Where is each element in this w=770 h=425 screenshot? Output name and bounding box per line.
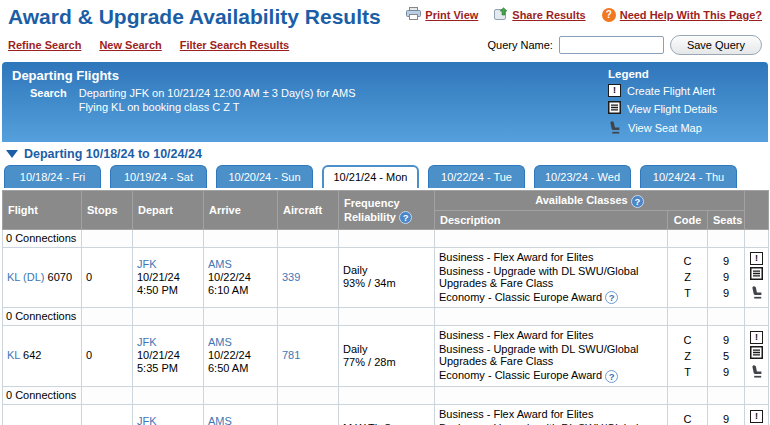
class-code: Z xyxy=(672,348,703,364)
col-header-aircraft: Aircraft xyxy=(278,191,339,230)
class-description: Business - Upgrade with DL SWU/Global Up… xyxy=(439,342,663,368)
class-code: Z xyxy=(672,269,703,285)
col-header-depart: Depart xyxy=(133,191,204,230)
stops-value: 0 xyxy=(82,247,133,308)
create-flight-alert-icon[interactable]: ! xyxy=(750,410,763,423)
class-description: Business - Flex Award for Elites xyxy=(439,250,663,264)
view-seat-map-icon[interactable] xyxy=(750,364,764,381)
arrive-time: 6:10 AM xyxy=(208,284,273,297)
search-criteria-line2: Flying KL on booking class C Z T xyxy=(79,100,356,114)
flight-airline-link[interactable]: KL (DL) xyxy=(7,271,45,283)
arrive-airport-link[interactable]: AMS xyxy=(208,415,232,425)
legend-create-flight-alert[interactable]: Create Flight Alert xyxy=(627,85,715,97)
share-icon xyxy=(494,7,508,22)
depart-time: 4:50 PM xyxy=(137,284,199,297)
top-toolbar: Print View Share Results ? Need Help Wit… xyxy=(406,4,762,22)
share-results-link[interactable]: Share Results xyxy=(512,9,585,21)
page-header: Award & Upgrade Availability Results Pri… xyxy=(0,0,770,30)
frequency-value: M,W,Th,Sa xyxy=(343,422,430,425)
flight-airline-link[interactable]: KL xyxy=(7,349,20,361)
stops-value: 0 xyxy=(82,326,133,387)
connections-label: 0 Connections xyxy=(3,386,82,404)
depart-date: 10/21/24 xyxy=(137,271,199,284)
connections-label: 0 Connections xyxy=(3,229,82,247)
depart-airport-link[interactable]: JFK xyxy=(137,415,157,425)
frequency-value: Daily xyxy=(343,264,430,277)
create-flight-alert-icon[interactable]: ! xyxy=(750,331,763,344)
new-search-link[interactable]: New Search xyxy=(99,39,161,51)
collapse-triangle-icon[interactable] xyxy=(6,150,18,158)
class-code: C xyxy=(672,253,703,269)
class-code: T xyxy=(672,364,703,380)
aircraft-link[interactable]: 339 xyxy=(282,271,300,283)
col-header-flight: Flight xyxy=(3,191,82,230)
filter-search-results-link[interactable]: Filter Search Results xyxy=(180,39,289,51)
class-seats: 9 xyxy=(712,253,740,269)
class-seats: 5 xyxy=(712,348,740,364)
refine-search-link[interactable]: Refine Search xyxy=(8,39,81,51)
award-help-icon[interactable]: ? xyxy=(605,291,618,304)
frequency-value: Daily xyxy=(343,343,430,356)
class-description: Business - Flex Award for Elites xyxy=(439,328,663,342)
reliability-value: 93% / 34m xyxy=(343,277,430,290)
depart-date: 10/21/24 xyxy=(137,349,199,362)
help-icon: ? xyxy=(602,8,616,22)
create-flight-alert-icon[interactable]: ! xyxy=(750,252,763,265)
tab-tue[interactable]: 10/22/24 - Tue xyxy=(428,165,525,188)
aircraft-link[interactable]: 781 xyxy=(282,349,300,361)
col-header-actions xyxy=(745,191,769,230)
award-help-icon[interactable]: ? xyxy=(605,370,618,383)
arrive-time: 6:50 AM xyxy=(208,362,273,375)
tab-sat[interactable]: 10/19/24 - Sat xyxy=(110,165,207,188)
reliability-value: 77% / 28m xyxy=(343,356,430,369)
class-description: Business - Upgrade with DL SWU/Global Up… xyxy=(439,264,663,290)
departing-flights-panel: Departing Flights Search Departing JFK o… xyxy=(2,62,768,142)
depart-airport-link[interactable]: JFK xyxy=(137,258,157,270)
class-code: C xyxy=(672,332,703,348)
tab-wed[interactable]: 10/23/24 - Wed xyxy=(534,165,631,188)
legend-view-flight-details[interactable]: View Flight Details xyxy=(627,103,717,115)
page-title: Award & Upgrade Availability Results xyxy=(8,4,381,30)
tab-fri[interactable]: 10/18/24 - Fri xyxy=(4,165,101,188)
view-flight-details-icon[interactable] xyxy=(750,267,763,283)
class-description: Economy - Classic Europe Award xyxy=(439,369,602,381)
flight-alert-icon: ! xyxy=(608,84,621,97)
connections-row: 0 Connections xyxy=(3,308,769,326)
flight-row-kl6070: KL (DL) 6070 0 JFK 10/21/24 4:50 PM AMS … xyxy=(3,247,769,308)
flight-details-icon xyxy=(608,101,621,116)
printer-icon xyxy=(406,7,421,22)
col-header-frequency-reliability: Frequency Reliability ? xyxy=(339,191,435,230)
flight-row-kl646: KL 646 0 JFK 10/21/24 6:30 PM AMS 10/22/… xyxy=(3,404,769,425)
save-query-button[interactable]: Save Query xyxy=(670,35,762,55)
class-seats: 9 xyxy=(712,411,740,425)
seat-map-icon xyxy=(608,120,622,136)
col-header-description: Description xyxy=(435,210,668,229)
available-classes-help-icon[interactable]: ? xyxy=(631,195,644,208)
stops-value: 0 xyxy=(82,404,133,425)
class-seats: 9 xyxy=(712,269,740,285)
tab-sun[interactable]: 10/20/24 - Sun xyxy=(216,165,313,188)
search-criteria-line1: Departing JFK on 10/21/24 12:00 AM ± 3 D… xyxy=(79,86,356,100)
frequency-help-icon[interactable]: ? xyxy=(399,211,412,224)
query-name-input[interactable] xyxy=(559,36,664,54)
results-table: Flight Stops Depart Arrive Aircraft Freq… xyxy=(2,190,769,425)
view-flight-details-icon[interactable] xyxy=(750,346,763,362)
col-header-stops: Stops xyxy=(82,191,133,230)
class-description: Economy - Classic Europe Award xyxy=(439,291,602,303)
need-help-link[interactable]: Need Help With This Page? xyxy=(620,9,762,21)
date-range-banner[interactable]: Departing 10/18/24 to 10/24/24 xyxy=(0,142,770,163)
class-seats: 9 xyxy=(712,332,740,348)
arrive-airport-link[interactable]: AMS xyxy=(208,258,232,270)
arrive-airport-link[interactable]: AMS xyxy=(208,336,232,348)
print-view-link[interactable]: Print View xyxy=(425,9,478,21)
tab-thu[interactable]: 10/24/24 - Thu xyxy=(640,165,737,188)
tab-mon-selected[interactable]: 10/21/24 - Mon xyxy=(322,165,419,188)
flight-row-kl642: KL 642 0 JFK 10/21/24 5:35 PM AMS 10/22/… xyxy=(3,326,769,387)
col-header-arrive: Arrive xyxy=(204,191,278,230)
class-seats: 9 xyxy=(712,364,740,380)
flight-number: 642 xyxy=(23,349,41,361)
legend-view-seat-map[interactable]: View Seat Map xyxy=(628,122,702,134)
class-description: Business - Upgrade with DL SWU/Global Up… xyxy=(439,421,663,425)
depart-airport-link[interactable]: JFK xyxy=(137,336,157,348)
view-seat-map-icon[interactable] xyxy=(750,285,764,302)
